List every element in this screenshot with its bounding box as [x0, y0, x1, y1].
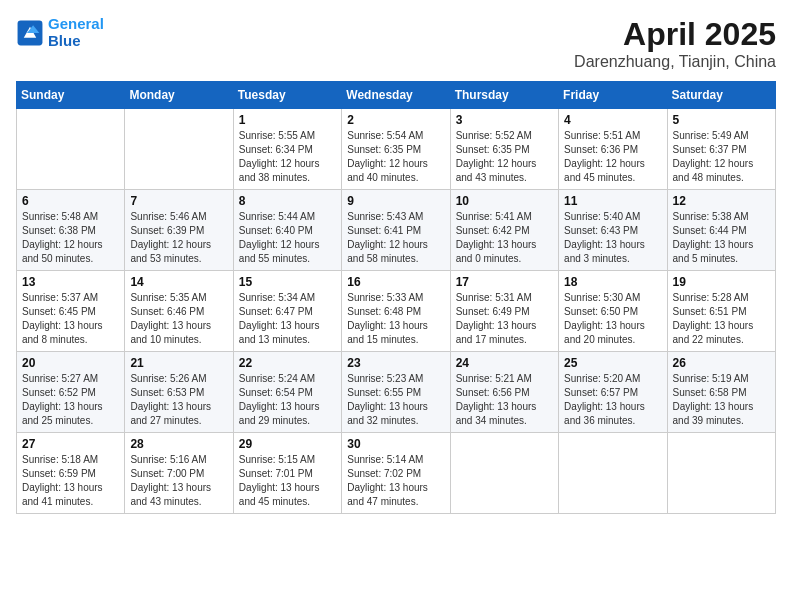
day-info: Sunrise: 5:46 AMSunset: 6:39 PMDaylight:…	[130, 210, 227, 266]
weekday-header-sunday: Sunday	[17, 82, 125, 109]
day-number: 11	[564, 194, 661, 208]
calendar-title-area: April 2025 Darenzhuang, Tianjin, China	[574, 16, 776, 71]
weekday-header-thursday: Thursday	[450, 82, 558, 109]
calendar-cell: 2Sunrise: 5:54 AMSunset: 6:35 PMDaylight…	[342, 109, 450, 190]
day-number: 4	[564, 113, 661, 127]
day-info: Sunrise: 5:24 AMSunset: 6:54 PMDaylight:…	[239, 372, 336, 428]
calendar-cell: 11Sunrise: 5:40 AMSunset: 6:43 PMDayligh…	[559, 190, 667, 271]
day-info: Sunrise: 5:19 AMSunset: 6:58 PMDaylight:…	[673, 372, 770, 428]
weekday-header-saturday: Saturday	[667, 82, 775, 109]
calendar-cell: 24Sunrise: 5:21 AMSunset: 6:56 PMDayligh…	[450, 352, 558, 433]
calendar-cell: 26Sunrise: 5:19 AMSunset: 6:58 PMDayligh…	[667, 352, 775, 433]
day-number: 5	[673, 113, 770, 127]
day-number: 22	[239, 356, 336, 370]
day-info: Sunrise: 5:48 AMSunset: 6:38 PMDaylight:…	[22, 210, 119, 266]
weekday-header-friday: Friday	[559, 82, 667, 109]
day-info: Sunrise: 5:28 AMSunset: 6:51 PMDaylight:…	[673, 291, 770, 347]
calendar-cell: 15Sunrise: 5:34 AMSunset: 6:47 PMDayligh…	[233, 271, 341, 352]
day-number: 23	[347, 356, 444, 370]
calendar-cell: 4Sunrise: 5:51 AMSunset: 6:36 PMDaylight…	[559, 109, 667, 190]
day-info: Sunrise: 5:51 AMSunset: 6:36 PMDaylight:…	[564, 129, 661, 185]
day-info: Sunrise: 5:21 AMSunset: 6:56 PMDaylight:…	[456, 372, 553, 428]
day-number: 13	[22, 275, 119, 289]
day-number: 9	[347, 194, 444, 208]
day-number: 8	[239, 194, 336, 208]
calendar-cell: 21Sunrise: 5:26 AMSunset: 6:53 PMDayligh…	[125, 352, 233, 433]
calendar-cell: 5Sunrise: 5:49 AMSunset: 6:37 PMDaylight…	[667, 109, 775, 190]
day-number: 24	[456, 356, 553, 370]
day-number: 6	[22, 194, 119, 208]
calendar-header-row: SundayMondayTuesdayWednesdayThursdayFrid…	[17, 82, 776, 109]
day-info: Sunrise: 5:27 AMSunset: 6:52 PMDaylight:…	[22, 372, 119, 428]
logo: General Blue	[16, 16, 104, 49]
logo-icon	[16, 19, 44, 47]
day-info: Sunrise: 5:35 AMSunset: 6:46 PMDaylight:…	[130, 291, 227, 347]
calendar-cell: 28Sunrise: 5:16 AMSunset: 7:00 PMDayligh…	[125, 433, 233, 514]
day-info: Sunrise: 5:38 AMSunset: 6:44 PMDaylight:…	[673, 210, 770, 266]
day-number: 10	[456, 194, 553, 208]
day-info: Sunrise: 5:49 AMSunset: 6:37 PMDaylight:…	[673, 129, 770, 185]
calendar-cell: 30Sunrise: 5:14 AMSunset: 7:02 PMDayligh…	[342, 433, 450, 514]
day-info: Sunrise: 5:55 AMSunset: 6:34 PMDaylight:…	[239, 129, 336, 185]
calendar-cell: 14Sunrise: 5:35 AMSunset: 6:46 PMDayligh…	[125, 271, 233, 352]
calendar-cell: 20Sunrise: 5:27 AMSunset: 6:52 PMDayligh…	[17, 352, 125, 433]
day-number: 12	[673, 194, 770, 208]
calendar-cell: 19Sunrise: 5:28 AMSunset: 6:51 PMDayligh…	[667, 271, 775, 352]
day-info: Sunrise: 5:43 AMSunset: 6:41 PMDaylight:…	[347, 210, 444, 266]
day-info: Sunrise: 5:26 AMSunset: 6:53 PMDaylight:…	[130, 372, 227, 428]
day-info: Sunrise: 5:44 AMSunset: 6:40 PMDaylight:…	[239, 210, 336, 266]
calendar-cell	[17, 109, 125, 190]
calendar-table: SundayMondayTuesdayWednesdayThursdayFrid…	[16, 81, 776, 514]
calendar-cell: 25Sunrise: 5:20 AMSunset: 6:57 PMDayligh…	[559, 352, 667, 433]
page-header: General Blue April 2025 Darenzhuang, Tia…	[16, 16, 776, 71]
calendar-cell: 18Sunrise: 5:30 AMSunset: 6:50 PMDayligh…	[559, 271, 667, 352]
calendar-week-row: 13Sunrise: 5:37 AMSunset: 6:45 PMDayligh…	[17, 271, 776, 352]
calendar-subtitle: Darenzhuang, Tianjin, China	[574, 53, 776, 71]
calendar-cell: 6Sunrise: 5:48 AMSunset: 6:38 PMDaylight…	[17, 190, 125, 271]
calendar-cell: 10Sunrise: 5:41 AMSunset: 6:42 PMDayligh…	[450, 190, 558, 271]
calendar-cell: 29Sunrise: 5:15 AMSunset: 7:01 PMDayligh…	[233, 433, 341, 514]
day-number: 30	[347, 437, 444, 451]
day-number: 7	[130, 194, 227, 208]
day-number: 3	[456, 113, 553, 127]
day-info: Sunrise: 5:20 AMSunset: 6:57 PMDaylight:…	[564, 372, 661, 428]
calendar-week-row: 27Sunrise: 5:18 AMSunset: 6:59 PMDayligh…	[17, 433, 776, 514]
day-number: 14	[130, 275, 227, 289]
day-number: 25	[564, 356, 661, 370]
calendar-cell: 13Sunrise: 5:37 AMSunset: 6:45 PMDayligh…	[17, 271, 125, 352]
day-number: 21	[130, 356, 227, 370]
day-number: 1	[239, 113, 336, 127]
calendar-cell: 9Sunrise: 5:43 AMSunset: 6:41 PMDaylight…	[342, 190, 450, 271]
calendar-cell: 1Sunrise: 5:55 AMSunset: 6:34 PMDaylight…	[233, 109, 341, 190]
day-info: Sunrise: 5:23 AMSunset: 6:55 PMDaylight:…	[347, 372, 444, 428]
day-info: Sunrise: 5:33 AMSunset: 6:48 PMDaylight:…	[347, 291, 444, 347]
day-number: 19	[673, 275, 770, 289]
day-info: Sunrise: 5:41 AMSunset: 6:42 PMDaylight:…	[456, 210, 553, 266]
calendar-cell: 27Sunrise: 5:18 AMSunset: 6:59 PMDayligh…	[17, 433, 125, 514]
weekday-header-tuesday: Tuesday	[233, 82, 341, 109]
logo-text: General Blue	[48, 16, 104, 49]
day-number: 16	[347, 275, 444, 289]
day-info: Sunrise: 5:15 AMSunset: 7:01 PMDaylight:…	[239, 453, 336, 509]
day-info: Sunrise: 5:37 AMSunset: 6:45 PMDaylight:…	[22, 291, 119, 347]
calendar-cell: 16Sunrise: 5:33 AMSunset: 6:48 PMDayligh…	[342, 271, 450, 352]
day-number: 27	[22, 437, 119, 451]
calendar-cell: 12Sunrise: 5:38 AMSunset: 6:44 PMDayligh…	[667, 190, 775, 271]
calendar-cell	[125, 109, 233, 190]
calendar-cell	[559, 433, 667, 514]
calendar-cell	[667, 433, 775, 514]
day-number: 15	[239, 275, 336, 289]
day-info: Sunrise: 5:34 AMSunset: 6:47 PMDaylight:…	[239, 291, 336, 347]
calendar-cell: 7Sunrise: 5:46 AMSunset: 6:39 PMDaylight…	[125, 190, 233, 271]
day-number: 20	[22, 356, 119, 370]
calendar-week-row: 1Sunrise: 5:55 AMSunset: 6:34 PMDaylight…	[17, 109, 776, 190]
day-info: Sunrise: 5:54 AMSunset: 6:35 PMDaylight:…	[347, 129, 444, 185]
calendar-cell: 23Sunrise: 5:23 AMSunset: 6:55 PMDayligh…	[342, 352, 450, 433]
day-number: 18	[564, 275, 661, 289]
calendar-week-row: 6Sunrise: 5:48 AMSunset: 6:38 PMDaylight…	[17, 190, 776, 271]
day-info: Sunrise: 5:31 AMSunset: 6:49 PMDaylight:…	[456, 291, 553, 347]
day-info: Sunrise: 5:14 AMSunset: 7:02 PMDaylight:…	[347, 453, 444, 509]
day-info: Sunrise: 5:16 AMSunset: 7:00 PMDaylight:…	[130, 453, 227, 509]
day-info: Sunrise: 5:30 AMSunset: 6:50 PMDaylight:…	[564, 291, 661, 347]
day-number: 17	[456, 275, 553, 289]
